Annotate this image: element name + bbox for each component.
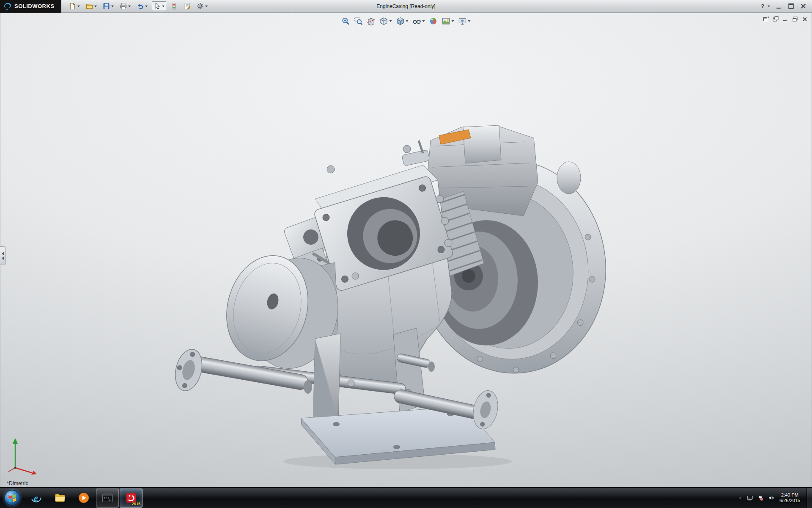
command-prompt-icon	[101, 491, 114, 504]
edit-appearance-button[interactable]	[428, 16, 439, 26]
dropdown-arrow-icon[interactable]	[111, 6, 114, 7]
taskbar: 2015	[0, 487, 812, 508]
rebuild-traffic-light-icon	[170, 3, 178, 10]
chevron-up-icon	[737, 495, 743, 501]
print-button[interactable]	[118, 1, 132, 11]
graphics-viewport[interactable]: *Dimetric	[0, 13, 812, 487]
speaker-icon	[767, 494, 775, 502]
zoom-to-fit-icon	[342, 17, 350, 25]
options-gear-icon	[197, 3, 204, 10]
titlebar: SOLIDWORKS	[0, 0, 812, 13]
volume-button[interactable]	[767, 494, 775, 502]
new-document-button[interactable]	[67, 1, 82, 11]
taskbar-cmd-button[interactable]	[96, 489, 119, 508]
taskbar-media-button[interactable]	[72, 489, 95, 508]
taskbar-explorer-button[interactable]	[49, 489, 71, 508]
collapse-arrow-icon	[2, 257, 4, 260]
feature-panel-collapse-tab[interactable]	[0, 246, 6, 265]
internet-explorer-icon	[30, 491, 43, 504]
tray-alert-button[interactable]	[757, 494, 764, 502]
save-button[interactable]	[101, 1, 115, 11]
dropdown-arrow-icon[interactable]	[452, 20, 454, 22]
view-settings-icon	[458, 17, 467, 25]
print-icon	[120, 3, 127, 10]
dropdown-arrow-icon[interactable]	[145, 6, 148, 7]
help-button[interactable]	[757, 1, 772, 11]
undo-button[interactable]	[135, 1, 149, 11]
taskbar-clock[interactable]: 2:40 PM 6/26/2015	[779, 492, 800, 503]
view-settings-button[interactable]	[457, 16, 472, 26]
save-icon	[103, 3, 110, 10]
document-window-controls	[762, 15, 809, 23]
collapse-arrow-icon	[2, 252, 4, 255]
solidworks-logo: SOLIDWORKS	[0, 0, 61, 13]
clock-time: 2:40 PM	[779, 492, 800, 498]
doc-close-button[interactable]	[801, 15, 809, 23]
solidworks-logo-text: SOLIDWORKS	[14, 3, 55, 9]
rebuild-button[interactable]	[169, 1, 179, 11]
hide-show-items-button[interactable]	[411, 16, 426, 26]
select-button[interactable]	[152, 1, 166, 11]
dropdown-arrow-icon[interactable]	[468, 20, 471, 22]
dropdown-arrow-icon[interactable]	[390, 20, 392, 22]
zoom-to-fit-button[interactable]	[340, 16, 351, 26]
alert-flag-icon	[757, 494, 764, 502]
doc-minimize-button[interactable]	[782, 15, 789, 23]
media-player-icon	[77, 491, 90, 504]
main-toolbar	[67, 1, 209, 11]
new-document-icon	[69, 3, 76, 10]
display-style-button[interactable]	[395, 16, 410, 26]
file-explorer-icon	[54, 491, 66, 504]
app-version-badge: 2015	[132, 502, 140, 506]
new-window-icon	[763, 16, 769, 22]
maximize-button[interactable]	[786, 1, 796, 11]
cascade-windows-icon	[772, 16, 779, 22]
dropdown-arrow-icon[interactable]	[128, 6, 131, 7]
start-button[interactable]	[0, 488, 25, 508]
tray-display-button[interactable]	[746, 494, 754, 502]
dropdown-arrow-icon[interactable]	[768, 6, 770, 7]
clock-date: 6/26/2015	[779, 498, 800, 503]
dropdown-arrow-icon[interactable]	[77, 6, 80, 7]
taskbar-solidworks-button[interactable]: 2015	[120, 489, 143, 508]
taskbar-ie-button[interactable]	[25, 489, 48, 508]
zoom-to-area-button[interactable]	[353, 16, 364, 26]
doc-close-icon	[801, 16, 808, 22]
dropdown-arrow-icon[interactable]	[422, 20, 425, 22]
help-icon	[759, 3, 766, 10]
minimize-button[interactable]	[774, 1, 784, 11]
section-view-icon	[367, 17, 376, 25]
options-button[interactable]	[195, 1, 209, 11]
open-folder-icon	[86, 3, 93, 10]
view-orientation-button[interactable]	[379, 16, 393, 26]
doc-cascade-button[interactable]	[772, 15, 779, 23]
undo-icon	[137, 3, 144, 10]
dropdown-arrow-icon[interactable]	[162, 6, 165, 7]
scene-icon	[442, 17, 450, 25]
doc-restore-button[interactable]	[791, 15, 799, 23]
doc-new-window-button[interactable]	[762, 15, 770, 23]
dropdown-arrow-icon[interactable]	[205, 6, 208, 7]
open-button[interactable]	[84, 1, 99, 11]
dropdown-arrow-icon[interactable]	[406, 20, 409, 22]
engine-casing-model[interactable]	[0, 13, 812, 487]
minimize-icon	[775, 3, 782, 10]
system-tray: 2:40 PM 6/26/2015	[734, 488, 812, 508]
maximize-icon	[787, 3, 795, 10]
dropdown-arrow-icon[interactable]	[94, 6, 97, 7]
file-properties-button[interactable]	[182, 1, 192, 11]
orientation-triad-icon	[4, 432, 51, 475]
file-properties-icon	[184, 3, 191, 10]
show-desktop-button[interactable]	[807, 488, 812, 508]
windows-start-icon	[4, 489, 21, 506]
view-cube-icon	[380, 17, 388, 25]
close-button[interactable]	[798, 1, 809, 11]
solidworks-window: ? e C:\ SOLIDW	[0, 0, 812, 508]
glasses-icon	[413, 17, 421, 25]
view-orientation-label: *Dimetric	[7, 480, 28, 486]
show-hidden-icons-button[interactable]	[737, 495, 743, 501]
apply-scene-button[interactable]	[441, 16, 455, 26]
tray-icons	[737, 494, 775, 502]
section-view-button[interactable]	[366, 16, 377, 26]
zoom-to-area-icon	[354, 17, 363, 25]
